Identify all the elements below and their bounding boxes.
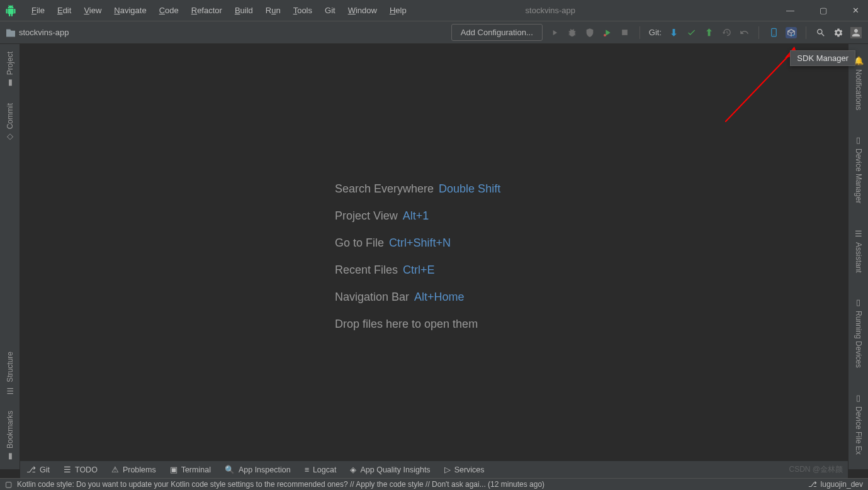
menu-code[interactable]: Code: [153, 3, 185, 18]
services-icon: ▷: [444, 465, 451, 474]
tab-todo[interactable]: ☰TODO: [64, 465, 98, 474]
status-message[interactable]: Kotlin code style: Do you want to update…: [17, 480, 544, 489]
tab-app-quality[interactable]: ◈App Quality Insights: [350, 465, 430, 474]
menu-edit[interactable]: Edit: [51, 3, 77, 18]
breadcrumb-label: stockvins-app: [19, 28, 69, 37]
hint-label: Go to File: [335, 237, 384, 249]
shortcut: Ctrl+Shift+N: [389, 237, 451, 249]
bottom-bar: ⎇Git ☰TODO ⚠Problems ▣Terminal 🔍App Insp…: [20, 460, 848, 478]
device-icon: ▯: [854, 298, 863, 307]
menu-refactor[interactable]: Refactor: [185, 3, 228, 18]
hint-label: Project View: [335, 209, 398, 222]
diamond-icon: ◈: [350, 465, 356, 474]
stop-icon[interactable]: [619, 27, 631, 38]
status-bar: ▢ Kotlin code style: Do you want to upda…: [0, 478, 868, 490]
menu-view[interactable]: View: [77, 3, 108, 18]
tooltip: SDK Manager: [790, 50, 855, 66]
tab-problems[interactable]: ⚠Problems: [111, 465, 156, 474]
sidebar-commit[interactable]: ◇Commit: [3, 96, 17, 150]
settings-icon[interactable]: [833, 27, 844, 38]
tab-app-inspection[interactable]: 🔍App Inspection: [225, 465, 291, 474]
git-update-icon[interactable]: [668, 27, 679, 38]
titlebar: File Edit View Navigate Code Refactor Bu…: [0, 0, 868, 21]
sidebar-bookmarks[interactable]: ▮Bookmarks: [3, 403, 17, 469]
svg-rect-3: [773, 35, 775, 35]
menu-file[interactable]: File: [25, 3, 51, 18]
commit-icon: ◇: [5, 133, 14, 143]
breadcrumb[interactable]: stockvins-app: [6, 28, 69, 37]
sidebar-structure[interactable]: ☰Structure: [3, 344, 17, 403]
search-icon[interactable]: [815, 27, 826, 38]
hint-label: Recent Files: [335, 264, 398, 276]
inspect-icon: 🔍: [225, 465, 235, 474]
git-commit-icon[interactable]: [685, 27, 697, 38]
assistant-icon: ☰: [854, 229, 863, 238]
sidebar-running-devices[interactable]: ▯Running Devices: [851, 290, 865, 376]
shortcut: Alt+Home: [414, 291, 465, 303]
window-controls: — ▢ ✕: [782, 4, 863, 16]
svg-point-0: [604, 34, 606, 36]
sdk-manager-icon[interactable]: [786, 27, 797, 38]
close-button[interactable]: ✕: [848, 4, 863, 16]
sidebar-assistant[interactable]: ☰Assistant: [851, 221, 865, 281]
coverage-icon[interactable]: [584, 27, 595, 38]
folder-icon: ▮: [5, 79, 14, 88]
sidebar-project[interactable]: ▮Project: [3, 44, 17, 96]
shortcut: Ctrl+E: [403, 264, 435, 276]
tab-terminal[interactable]: ▣Terminal: [170, 465, 211, 474]
shortcut: Alt+1: [403, 209, 429, 222]
logcat-icon: ≡: [305, 465, 309, 474]
menu-run[interactable]: Run: [259, 3, 287, 18]
branch-icon: ⎇: [26, 465, 36, 474]
maximize-button[interactable]: ▢: [816, 4, 831, 16]
avatar-icon[interactable]: [850, 27, 862, 38]
phone-icon: ▯: [854, 135, 863, 145]
shortcut: Double Shift: [439, 182, 500, 195]
file-icon: ▯: [854, 393, 863, 403]
menu-tools[interactable]: Tools: [287, 3, 318, 18]
svg-rect-1: [622, 30, 628, 35]
tab-logcat[interactable]: ≡Logcat: [305, 465, 337, 474]
profile-icon[interactable]: [602, 27, 613, 38]
warning-icon: ⚠: [111, 465, 119, 474]
sidebar-device-manager[interactable]: ▯Device Manager: [851, 128, 865, 211]
hint-label: Navigation Bar: [335, 291, 409, 303]
git-rollback-icon[interactable]: [738, 27, 750, 38]
run-icon[interactable]: [549, 27, 560, 38]
toolbar-icons: Git:: [549, 26, 862, 39]
minimize-button[interactable]: —: [782, 4, 798, 16]
empty-state: Search EverywhereDouble Shift Project Vi…: [20, 44, 848, 469]
sidebar-right: 🔔Notifications ▯Device Manager ☰Assistan…: [848, 44, 868, 469]
git-label: Git:: [649, 28, 662, 37]
hint-label: Search Everywhere: [335, 182, 434, 195]
git-push-icon[interactable]: [703, 27, 714, 38]
drop-hint: Drop files here to open them: [335, 318, 478, 331]
editor-area[interactable]: Search EverywhereDouble Shift Project Vi…: [20, 44, 848, 469]
terminal-icon: ▣: [170, 465, 178, 474]
status-window-icon[interactable]: ▢: [5, 480, 12, 489]
menu-navigate[interactable]: Navigate: [108, 3, 152, 18]
device-icon[interactable]: [768, 27, 779, 38]
tab-git[interactable]: ⎇Git: [26, 465, 50, 474]
android-icon: [5, 5, 16, 16]
structure-icon: ☰: [5, 386, 14, 396]
folder-icon: [6, 28, 15, 37]
sidebar-device-file[interactable]: ▯Device File Ex: [851, 386, 865, 462]
list-icon: ☰: [64, 465, 71, 474]
bookmark-icon: ▮: [5, 452, 14, 462]
sidebar-left: ▮Project ◇Commit ☰Structure ▮Bookmarks: [0, 44, 20, 469]
run-config-dropdown[interactable]: Add Configuration...: [451, 24, 543, 41]
toolbar: stockvins-app Add Configuration... Git:: [0, 21, 868, 44]
window-title: stockvins-app: [318, 6, 782, 15]
git-history-icon[interactable]: [721, 27, 732, 38]
menu-build[interactable]: Build: [228, 3, 259, 18]
watermark: CSDN @金林颜: [789, 464, 843, 475]
tab-services[interactable]: ▷Services: [444, 465, 485, 474]
status-right[interactable]: ⎇luguojin_dev: [808, 480, 863, 489]
branch-icon: ⎇: [808, 480, 817, 489]
debug-icon[interactable]: [566, 27, 578, 38]
